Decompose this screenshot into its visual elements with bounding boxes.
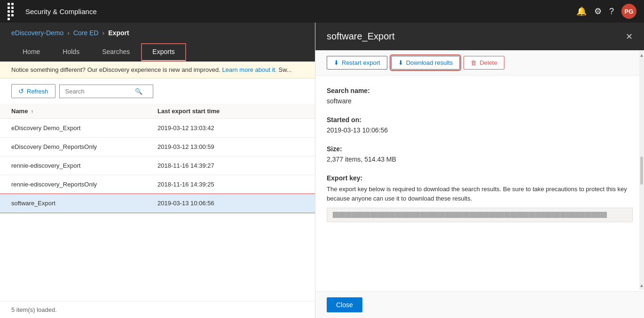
search-icon: 🔍	[135, 88, 142, 95]
started-on-section: Started on: 2019-03-13 10:06:56	[327, 116, 633, 134]
avatar[interactable]: PG	[621, 4, 636, 19]
row-time: 2018-11-16 14:39:25	[157, 181, 304, 188]
notice-text: Notice something different? Our eDiscove…	[11, 66, 220, 73]
settings-icon[interactable]: ⚙	[594, 6, 602, 16]
breadcrumb-item-1[interactable]: eDiscovery-Demo	[11, 29, 63, 37]
row-name: rennie-ediscovery_ReportsOnly	[11, 181, 157, 188]
tab-exports[interactable]: Exports	[141, 43, 186, 62]
search-name-label: Search name:	[327, 87, 633, 94]
col-last-export: Last export start time	[157, 108, 304, 115]
close-button[interactable]: Close	[327, 297, 362, 312]
flyout-title: software_Export	[327, 31, 395, 42]
flyout-panel: software_Export ✕ ⬇ Restart export ⬇ Dow…	[315, 23, 644, 318]
notification-icon[interactable]: 🔔	[576, 6, 587, 16]
search-box: 🔍	[59, 85, 153, 98]
table-header: Name ↑ Last export start time	[0, 104, 315, 119]
delete-icon: 🗑	[471, 59, 477, 66]
tab-holds[interactable]: Holds	[51, 43, 91, 62]
tabs: Home Holds Searches Exports	[0, 43, 315, 62]
export-key-value[interactable]: ████████████████████████████████████████…	[327, 208, 633, 222]
nav-icons: 🔔 ⚙ ? PG	[576, 4, 636, 19]
size-value: 2,377 items, 514.43 MB	[327, 155, 633, 163]
download-results-button[interactable]: ⬇ Download results	[391, 56, 460, 70]
row-time: 2018-11-16 14:39:27	[157, 162, 304, 169]
table-row[interactable]: rennie-ediscovery_ReportsOnly 2018-11-16…	[0, 175, 315, 194]
flyout-close-button[interactable]: ✕	[626, 31, 633, 42]
download-icon-results: ⬇	[398, 59, 403, 66]
scroll-thumb[interactable]	[640, 156, 643, 185]
breadcrumb: eDiscovery-Demo › Core ED › Export	[0, 23, 315, 43]
breadcrumb-item-2[interactable]: Core ED	[73, 29, 99, 37]
notice-link[interactable]: Learn more about it.	[222, 66, 277, 73]
size-label: Size:	[327, 145, 633, 153]
table-body: eDiscovery Demo_Export 2019-03-12 13:03:…	[0, 119, 315, 301]
scroll-down-arrow[interactable]: ▲	[639, 283, 644, 288]
notice-bar: Notice something different? Our eDiscove…	[0, 62, 315, 78]
scroll-up-arrow[interactable]: ▲	[639, 53, 644, 58]
notice-suffix: Sw...	[278, 66, 291, 73]
main-area: eDiscovery-Demo › Core ED › Export Home …	[0, 23, 644, 318]
row-name: software_Export	[11, 200, 157, 207]
refresh-button[interactable]: ↺ Refresh	[11, 84, 55, 98]
table-row[interactable]: rennie-ediscovery_Export 2018-11-16 14:3…	[0, 156, 315, 175]
delete-button[interactable]: 🗑 Delete	[463, 56, 504, 70]
download-icon-restart: ⬇	[334, 59, 339, 66]
table-row-selected[interactable]: software_Export 2019-03-13 10:06:56	[0, 194, 315, 213]
tab-home[interactable]: Home	[11, 43, 51, 62]
started-on-label: Started on:	[327, 116, 633, 124]
footer-status: 5 item(s) loaded.	[0, 301, 315, 318]
table-row[interactable]: eDiscovery Demo_ReportsOnly 2019-03-12 1…	[0, 138, 315, 156]
top-nav: Security & Compliance 🔔 ⚙ ? PG	[0, 0, 644, 23]
row-name: eDiscovery Demo_ReportsOnly	[11, 143, 157, 150]
search-name-value: software	[327, 97, 633, 105]
started-on-value: 2019-03-13 10:06:56	[327, 126, 633, 134]
refresh-icon: ↺	[18, 87, 24, 95]
row-name: rennie-ediscovery_Export	[11, 162, 157, 169]
app-title: Security & Compliance	[25, 8, 571, 16]
search-input[interactable]	[65, 88, 131, 95]
breadcrumb-sep-2: ›	[102, 29, 105, 37]
restart-export-button[interactable]: ⬇ Restart export	[327, 56, 387, 70]
col-name[interactable]: Name ↑	[11, 108, 157, 115]
export-key-desc: The export key below is required to down…	[327, 185, 633, 203]
toolbar: ↺ Refresh 🔍	[0, 78, 315, 104]
row-time: 2019-03-12 13:03:42	[157, 124, 304, 132]
flyout-footer: Close	[315, 291, 644, 318]
size-section: Size: 2,377 items, 514.43 MB	[327, 145, 633, 163]
flyout-header: software_Export ✕	[315, 23, 644, 50]
row-time: 2019-03-13 10:06:56	[157, 200, 304, 207]
left-panel: eDiscovery-Demo › Core ED › Export Home …	[0, 23, 315, 318]
breadcrumb-item-3: Export	[108, 29, 129, 37]
export-key-label: Export key:	[327, 174, 633, 182]
search-name-section: Search name: software	[327, 87, 633, 105]
app-launcher[interactable]	[8, 3, 16, 20]
flyout-content: Search name: software Started on: 2019-0…	[315, 76, 644, 291]
row-time: 2019-03-12 13:00:59	[157, 143, 304, 150]
flyout-actions: ⬇ Restart export ⬇ Download results 🗑 De…	[315, 50, 644, 76]
breadcrumb-sep-1: ›	[67, 29, 70, 37]
tab-searches[interactable]: Searches	[91, 43, 141, 62]
row-name: eDiscovery Demo_Export	[11, 124, 157, 132]
export-key-section: Export key: The export key below is requ…	[327, 174, 633, 222]
help-icon[interactable]: ?	[609, 7, 614, 16]
sort-arrow: ↑	[31, 109, 33, 114]
scrollbar-track: ▲ ▲	[639, 51, 644, 290]
table-row[interactable]: eDiscovery Demo_Export 2019-03-12 13:03:…	[0, 119, 315, 138]
